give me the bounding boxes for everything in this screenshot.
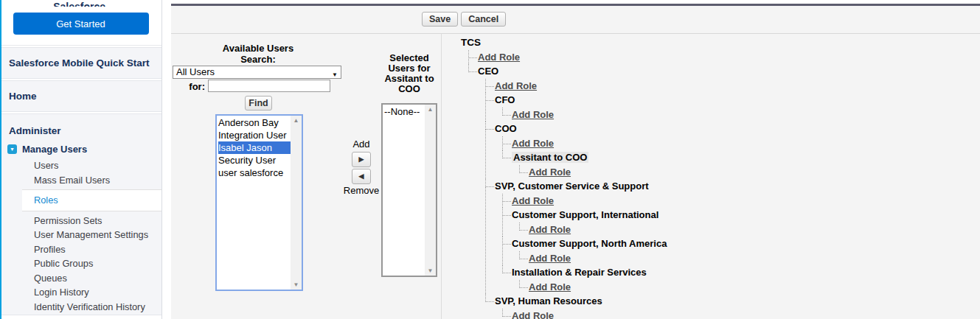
tree-row: SVP, Customer Service & SupportAdd RoleC… bbox=[495, 179, 667, 294]
role-tree: TCSAdd RoleCEOAdd RoleCFOAdd RoleCOOAdd … bbox=[461, 35, 667, 319]
sidebar-item-user-management-settings[interactable]: User Management Settings bbox=[0, 228, 161, 242]
tree-row: Add Role bbox=[512, 136, 667, 151]
setup-sidebar: Salesforce. Get Started Salesforce Mobil… bbox=[0, 0, 162, 319]
sidebar-item-profiles[interactable]: Profiles bbox=[0, 242, 161, 257]
list-option[interactable]: --None-- bbox=[384, 105, 425, 118]
user-filter-select[interactable]: All Users ▼ bbox=[173, 66, 341, 79]
sidebar-section-home[interactable]: Home bbox=[0, 80, 161, 112]
remove-label: Remove bbox=[342, 185, 380, 196]
scroll-up-icon[interactable]: ▲ bbox=[291, 117, 302, 124]
list-option[interactable]: Isabel Jason bbox=[218, 141, 291, 154]
search-input[interactable] bbox=[208, 80, 330, 92]
scrollbar[interactable]: ▲ ▼ bbox=[425, 105, 436, 276]
toolbar: Save Cancel bbox=[171, 6, 980, 34]
selected-users-listbox[interactable]: --None-- ▲ ▼ bbox=[381, 103, 437, 277]
find-button[interactable]: Find bbox=[245, 96, 272, 111]
search-label: Search: bbox=[171, 54, 345, 65]
tree-row: Add Role bbox=[512, 194, 667, 208]
role-node: SVP, Human Resources bbox=[495, 295, 602, 306]
user-filter-value: All Users bbox=[176, 66, 215, 77]
role-node-root: TCS bbox=[461, 35, 667, 50]
expand-toggle-icon[interactable]: ▼ bbox=[7, 144, 17, 154]
list-option[interactable]: Integration User bbox=[218, 129, 291, 141]
role-node: COO bbox=[495, 123, 517, 134]
sidebar-item-identity-verification-history[interactable]: Identity Verification History bbox=[0, 300, 161, 315]
cancel-button[interactable]: Cancel bbox=[461, 12, 506, 27]
sidebar-item-public-groups[interactable]: Public Groups bbox=[0, 256, 161, 271]
tree-row: Add Role bbox=[495, 79, 667, 94]
sidebar-item-users[interactable]: Users bbox=[0, 158, 161, 173]
add-role-link[interactable]: Add Role bbox=[529, 281, 571, 292]
add-role-link[interactable]: Add Role bbox=[512, 310, 554, 319]
list-option[interactable]: user salesforce bbox=[218, 166, 291, 179]
tree-row: Add Role bbox=[529, 165, 667, 180]
sidebar-item-permission-sets[interactable]: Permission Sets bbox=[0, 214, 161, 228]
add-role-link[interactable]: Add Role bbox=[512, 195, 554, 206]
add-role-link[interactable]: Add Role bbox=[512, 109, 554, 120]
selected-users-heading: Selected Users for Assitant to COO bbox=[380, 53, 439, 94]
add-role-link[interactable]: Add Role bbox=[529, 224, 571, 235]
add-user-button[interactable]: ▶ bbox=[352, 152, 371, 167]
tree-row: Add Role bbox=[512, 309, 667, 319]
selected-users-options: --None-- bbox=[383, 105, 425, 276]
section-header[interactable]: Administer bbox=[0, 114, 161, 142]
tree-row: Add Role bbox=[512, 108, 667, 122]
add-label: Add bbox=[352, 139, 371, 150]
tree-row: Add Role bbox=[529, 280, 667, 295]
add-role-link[interactable]: Add Role bbox=[495, 80, 537, 91]
tree-row: Customer Support, InternationalAdd Role bbox=[512, 208, 667, 236]
sidebar-items: UsersMass Email UsersRolesPermission Set… bbox=[0, 158, 161, 314]
page: Salesforce. Get Started Salesforce Mobil… bbox=[0, 0, 980, 319]
tree-row: COOAdd RoleAssitant to COOAdd Role bbox=[495, 122, 667, 179]
brand-text-clipped: Salesforce. bbox=[0, 0, 161, 7]
list-option[interactable]: Security User bbox=[218, 154, 291, 166]
sidebar-item-queues[interactable]: Queues bbox=[0, 271, 161, 286]
sidebar-item-login-history[interactable]: Login History bbox=[0, 285, 161, 300]
role-node: Customer Support, North America bbox=[512, 238, 667, 249]
tree-row: CEOAdd RoleCFOAdd RoleCOOAdd RoleAssitan… bbox=[478, 64, 667, 319]
role-node: Installation & Repair Services bbox=[512, 267, 647, 278]
sidebar-accent-strip bbox=[0, 0, 1, 319]
sidebar-item-roles[interactable]: Roles bbox=[22, 189, 161, 211]
sidebar-section-administer: Administer ▼ Manage Users UsersMass Emai… bbox=[0, 113, 161, 315]
role-node: CFO bbox=[495, 94, 515, 105]
role-node: Assitant to COO bbox=[512, 152, 588, 163]
tree-row: Add Role bbox=[529, 222, 667, 237]
manage-users-label: Manage Users bbox=[22, 144, 87, 155]
panel-divider bbox=[441, 34, 442, 319]
section-header[interactable]: Salesforce Mobile Quick Start bbox=[0, 48, 161, 78]
get-started-button[interactable]: Get Started bbox=[13, 13, 149, 35]
available-users-options: Anderson BayIntegration UserIsabel Jason… bbox=[217, 116, 291, 290]
add-role-link[interactable]: Add Role bbox=[529, 166, 571, 178]
tree-row: Customer Support, North AmericaAdd Role bbox=[512, 236, 667, 265]
sidebar-item-mass-email-users[interactable]: Mass Email Users bbox=[0, 173, 161, 188]
available-users-listbox[interactable]: Anderson BayIntegration UserIsabel Jason… bbox=[215, 114, 303, 291]
list-option[interactable]: Anderson Bay bbox=[218, 116, 291, 129]
tree-row: Add Role bbox=[478, 50, 667, 65]
role-node: SVP, Customer Service & Support bbox=[495, 180, 649, 192]
sidebar-section-mobile-quick-start[interactable]: Salesforce Mobile Quick Start bbox=[0, 47, 161, 79]
sidebar-promo-box: Salesforce. Get Started bbox=[0, 0, 161, 46]
scroll-down-icon[interactable]: ▼ bbox=[291, 281, 302, 288]
add-role-link[interactable]: Add Role bbox=[478, 52, 520, 63]
save-button[interactable]: Save bbox=[422, 12, 458, 27]
scroll-down-icon[interactable]: ▼ bbox=[425, 267, 436, 274]
remove-user-button[interactable]: ◀ bbox=[352, 169, 371, 184]
add-role-link[interactable]: Add Role bbox=[529, 253, 571, 264]
scroll-up-icon[interactable]: ▲ bbox=[425, 106, 436, 113]
tree-row: CFOAdd Role bbox=[495, 93, 667, 122]
scrollbar[interactable]: ▲ ▼ bbox=[291, 116, 302, 290]
tree-row: Assitant to COOAdd Role bbox=[512, 150, 667, 179]
available-users-label: Available Users bbox=[171, 43, 345, 54]
chevron-down-icon: ▼ bbox=[332, 69, 338, 81]
for-label: for: bbox=[171, 81, 205, 92]
sidebar-item-manage-users[interactable]: ▼ Manage Users bbox=[0, 142, 161, 158]
toolbar-buttons: Save Cancel bbox=[422, 12, 506, 27]
role-node: Customer Support, International bbox=[512, 209, 658, 220]
role-edit-panel: Save Cancel Available Users Search: All … bbox=[171, 4, 980, 319]
add-role-link[interactable]: Add Role bbox=[512, 138, 554, 149]
tree-row: Add Role bbox=[529, 251, 667, 266]
role-node: CEO bbox=[478, 66, 498, 77]
tree-row: SVP, Human ResourcesAdd Role bbox=[495, 294, 667, 319]
section-header[interactable]: Home bbox=[0, 81, 161, 111]
